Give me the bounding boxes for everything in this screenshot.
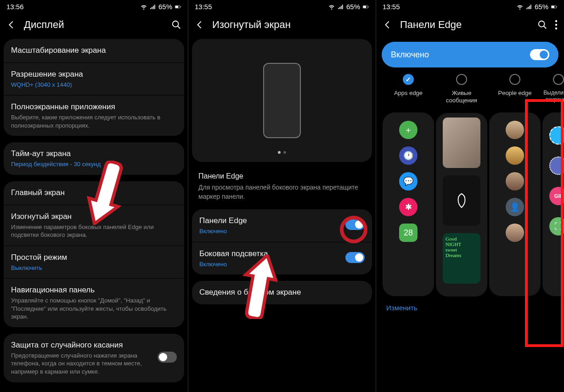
panel-people-edge[interactable]: People edge 👤 (489, 74, 541, 297)
battery-icon (174, 4, 181, 10)
panel-preview: 👤 (489, 112, 541, 296)
svg-point-12 (555, 24, 557, 26)
item-title: Сведения о боковом экране (199, 287, 365, 298)
item-subtitle: Выберите, какие приложения следует испол… (11, 113, 177, 129)
signal-icon (337, 4, 344, 10)
toggle-edge-lighting[interactable] (345, 252, 365, 265)
svg-rect-6 (368, 6, 368, 7)
panel-check[interactable] (456, 74, 467, 85)
item-accidental-touch[interactable]: Защита от случайного касания Предотвраще… (4, 334, 184, 382)
item-edge-screen[interactable]: Изогнутый экран Изменение параметров бок… (4, 205, 184, 246)
panel-preview: GIF ⛶ (542, 112, 564, 296)
item-edge-panels[interactable]: Панели Edge Включено (192, 209, 372, 241)
back-icon[interactable] (195, 20, 205, 30)
phone-screen-1: 13:56 65% Дисплей Масштабирование экрана… (0, 0, 188, 392)
app-icon: ✱ (399, 198, 417, 216)
item-subtitle: Управляйте с помощью кнопок "Домой", "На… (11, 297, 177, 321)
item-navigation-bar[interactable]: Навигационная панель Управляйте с помощь… (4, 278, 184, 327)
panel-name: Apps edge (383, 90, 434, 104)
master-toggle-switch[interactable]: .enabled-pill .switch::after{background:… (530, 49, 549, 60)
edit-link[interactable]: Изменить (376, 297, 564, 314)
description-title: Панели Edge (198, 172, 366, 180)
avatar (506, 224, 524, 242)
svg-point-11 (555, 20, 557, 22)
avatar (506, 172, 524, 190)
wifi-icon (516, 4, 524, 10)
battery-text: 65% (346, 3, 360, 11)
toggle-accidental-touch[interactable] (158, 352, 177, 364)
status-bar: 13:55 65% (188, 0, 376, 12)
wifi-icon (328, 4, 335, 10)
battery-text: 65% (535, 3, 548, 11)
svg-point-3 (173, 21, 179, 27)
crop-icon: ⛶ (549, 217, 564, 235)
gif-icon: GIF (549, 187, 564, 205)
item-scaling[interactable]: Масштабирование экрана (4, 39, 184, 62)
item-title: Главный экран (11, 188, 177, 198)
mini-phone-icon (263, 63, 301, 138)
image-thumb (443, 118, 480, 168)
item-title: Навигационная панель (11, 285, 177, 296)
item-simple-mode[interactable]: Простой режим Выключить (4, 246, 184, 278)
status-indicators: 65% (140, 3, 181, 11)
toggle-edge-panels[interactable] (345, 219, 365, 232)
item-title: Панели Edge (199, 216, 365, 226)
status-bar: 13:55 65% (376, 0, 564, 12)
master-toggle-pill[interactable]: Включено .enabled-pill .switch::after{ba… (382, 42, 558, 67)
item-screen-timeout[interactable]: Тайм-аут экрана Период бездействия - 30 … (4, 142, 184, 174)
item-title: Разрешение экрана (11, 69, 177, 80)
svg-rect-2 (180, 6, 180, 7)
more-icon[interactable] (555, 20, 558, 30)
phone-screen-2: 13:55 65% Изогнутый экран Панели Edge Дл… (188, 0, 376, 392)
select-icon (549, 126, 564, 145)
status-indicators: 65% (328, 3, 369, 11)
back-icon[interactable] (6, 20, 17, 30)
item-home-screen[interactable]: Главный экран (4, 181, 184, 205)
item-resolution[interactable]: Разрешение экрана WQHD+ (3040 x 1440) (4, 62, 184, 95)
contact-placeholder-icon: 👤 (506, 198, 524, 216)
master-toggle-label: Включено (391, 50, 429, 60)
panel-live-messages[interactable]: Живые сообщения GoodNIGHTsweetDreams (436, 74, 487, 297)
item-about-edge[interactable]: Сведения о боковом экране (192, 281, 372, 304)
item-title: Полноэкранные приложения (11, 102, 177, 112)
search-icon[interactable] (537, 20, 547, 30)
panel-check[interactable] (553, 74, 564, 85)
panel-check[interactable] (509, 74, 520, 85)
header: Изогнутый экран (188, 12, 376, 39)
svg-rect-5 (363, 6, 366, 8)
item-subtitle: Включено (199, 227, 365, 235)
svg-point-13 (555, 28, 557, 29)
battery-icon (550, 4, 558, 10)
panel-apps-edge[interactable]: Apps edge ＋ 🕐 💬 ✱ 28 (383, 74, 434, 297)
battery-text: 65% (158, 3, 172, 11)
panel-name: Живые сообщения (436, 90, 487, 105)
panel-preview: GoodNIGHTsweetDreams (436, 113, 487, 297)
item-subtitle: Предотвращение случайного нажатия экрана… (11, 352, 177, 376)
app-icon: ＋ (399, 121, 417, 139)
svg-rect-8 (552, 6, 554, 8)
description-text: Для просмотра панелей бокового экрана пе… (198, 183, 366, 201)
item-fullscreen-apps[interactable]: Полноэкранные приложения Выберите, какие… (4, 95, 184, 136)
status-indicators: 65% (516, 3, 558, 11)
back-icon[interactable] (383, 20, 393, 30)
panel-select-save[interactable]: Выделить и сохранить GIF ⛶ (542, 74, 564, 297)
header: Панели Edge (376, 12, 564, 39)
item-edge-lighting[interactable]: Боковая подсветка Включено (192, 242, 372, 274)
status-time: 13:56 (6, 3, 24, 11)
search-icon[interactable] (171, 20, 181, 30)
page-title: Дисплей (24, 19, 164, 31)
edge-preview[interactable] (192, 39, 372, 162)
status-bar: 13:56 65% (0, 0, 188, 12)
panel-check[interactable] (403, 74, 414, 85)
image-thumb (443, 175, 480, 226)
item-title: Масштабирование экрана (11, 45, 177, 56)
header: Дисплей (0, 12, 188, 39)
item-subtitle: Выключить (11, 264, 177, 272)
item-title: Изогнутый экран (11, 212, 177, 222)
pagination-dots (192, 147, 372, 156)
panel-preview: ＋ 🕐 💬 ✱ 28 (383, 112, 434, 296)
clock-icon: 🕐 (399, 146, 417, 165)
phone-screen-3: 13:55 65% Панели Edge Включено .enabled-… (376, 0, 564, 392)
calendar-icon: 28 (399, 224, 417, 242)
item-title: Тайм-аут экрана (11, 149, 177, 159)
